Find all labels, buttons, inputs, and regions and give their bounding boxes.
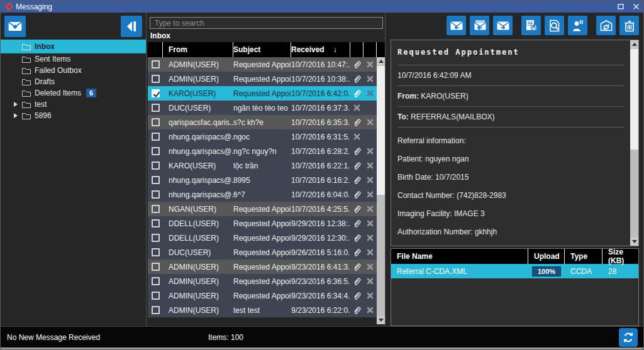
sidebar-folder-item[interactable]: Inbox <box>1 40 146 53</box>
delete-row-icon[interactable] <box>364 162 377 169</box>
sidebar-folder-item[interactable]: Deleted Items 6 <box>1 87 146 99</box>
patient-lookup-button[interactable] <box>568 16 587 35</box>
header-received[interactable]: Received ↓ <box>291 42 350 57</box>
row-received: 9/23/2016 6:36:5... <box>291 277 350 286</box>
app-logo-icon <box>5 3 13 11</box>
row-checkbox[interactable] <box>152 133 160 141</box>
sidebar-folder-item[interactable]: test <box>1 99 146 110</box>
preview-document-button[interactable] <box>545 16 564 35</box>
delete-row-icon[interactable] <box>364 61 377 68</box>
expand-caret-icon[interactable] <box>14 113 18 118</box>
message-row[interactable]: KARO(USER) Requested Appoin... 10/7/2016… <box>148 86 377 101</box>
preview-document-icon <box>547 18 562 33</box>
delete-row-icon[interactable] <box>364 119 377 126</box>
row-checkbox[interactable] <box>152 118 160 126</box>
header-subject[interactable]: Subject <box>233 42 291 57</box>
sync-mailbox-button[interactable] <box>596 16 616 35</box>
sidebar-folder-item[interactable]: 5896 <box>1 110 146 121</box>
message-row[interactable]: KARO(USER) lộc trần 10/7/2016 6:22:1... <box>148 158 377 173</box>
row-checkbox[interactable] <box>152 75 160 83</box>
sidebar-folder-item[interactable]: Failed Outbox <box>1 65 146 76</box>
row-checkbox[interactable] <box>152 147 160 155</box>
row-checkbox[interactable] <box>152 234 160 242</box>
row-received: 9/23/2016 6:41:3... <box>291 263 350 271</box>
row-checkbox[interactable] <box>152 104 160 112</box>
scroll-down-icon[interactable] <box>377 316 385 324</box>
message-list-pane: Inbox From Subject Received ↓ <box>147 13 386 326</box>
maximize-icon <box>618 4 624 9</box>
list-scroll-thumb[interactable] <box>377 66 385 195</box>
delete-row-icon[interactable] <box>364 263 377 270</box>
delete-row-icon[interactable] <box>350 104 364 111</box>
sidebar-folder-item[interactable]: Drafts <box>1 76 146 87</box>
message-row[interactable]: ADMIN(USER) Requested Appoin... 9/23/201… <box>148 288 377 303</box>
row-checkbox[interactable] <box>152 60 160 68</box>
delete-row-icon[interactable] <box>364 234 377 241</box>
message-row[interactable]: DUC(USER) Requested Appoin... 9/26/2016 … <box>148 245 377 260</box>
reply-button[interactable] <box>447 16 466 35</box>
expand-caret-icon[interactable] <box>14 102 18 107</box>
row-checkbox[interactable] <box>152 248 160 256</box>
row-checkbox[interactable] <box>152 176 160 184</box>
message-row[interactable]: ADMIN(USER) Requested Appoin... 10/7/201… <box>148 57 377 72</box>
message-row[interactable]: ADMIN(USER) test test 9/23/2016 6:22:0..… <box>148 303 377 317</box>
row-checkbox[interactable] <box>152 306 160 314</box>
scroll-down-icon[interactable] <box>630 238 638 246</box>
attachment-paperclip-icon <box>350 60 364 69</box>
search-input[interactable] <box>150 17 383 29</box>
detail-scroll-thumb[interactable] <box>630 49 638 150</box>
reply-all-button[interactable] <box>470 16 489 35</box>
forward-button[interactable] <box>493 16 513 35</box>
delete-row-icon[interactable] <box>350 133 364 140</box>
refresh-button[interactable] <box>619 328 638 347</box>
row-checkbox[interactable] <box>152 161 160 170</box>
delete-row-icon[interactable] <box>364 191 377 198</box>
scroll-up-icon[interactable] <box>377 57 385 65</box>
close-button[interactable] <box>633 4 639 9</box>
list-scrollbar[interactable] <box>377 57 385 324</box>
header-checkbox-column <box>148 42 163 57</box>
message-row[interactable]: nhung.qarispacs@... 6^7 10/7/2016 6:04:0… <box>148 187 377 202</box>
collapse-panel-button[interactable] <box>121 16 142 37</box>
delete-message-button[interactable] <box>619 16 639 35</box>
row-checkbox[interactable] <box>152 219 160 227</box>
delete-row-icon[interactable] <box>364 220 377 227</box>
attachment-row[interactable]: Referral C-CDA.XML 100% CCDA 28 <box>391 264 638 278</box>
delete-row-icon[interactable] <box>364 205 377 212</box>
row-checkbox[interactable] <box>152 292 160 300</box>
row-from: ADMIN(USER) <box>163 263 233 271</box>
message-row[interactable]: nhung.qarispacs@... ng?c nguy?n 10/7/201… <box>148 144 377 158</box>
delete-row-icon[interactable] <box>364 90 377 97</box>
delete-row-icon[interactable] <box>364 148 377 155</box>
delete-row-icon[interactable] <box>364 177 377 183</box>
message-row[interactable]: ADMIN(USER) Requested Appoin... 9/23/201… <box>148 260 377 274</box>
scroll-up-icon[interactable] <box>630 40 638 48</box>
from-value: KARO(USER) <box>421 92 468 101</box>
message-row[interactable]: ADMIN(USER) Requested Appoin... 10/7/201… <box>148 72 377 86</box>
row-checkbox[interactable] <box>152 190 160 199</box>
message-row[interactable]: nhung.qarispacs@... 8995 10/7/2016 6:16:… <box>148 173 377 187</box>
message-row[interactable]: NGAN(USER) Requested Appoin... 10/7/2016… <box>148 202 377 216</box>
message-row[interactable]: nhung.qarispacs@... ngoc 10/7/2016 6:31:… <box>148 129 377 144</box>
delete-row-icon[interactable] <box>364 278 377 285</box>
delete-row-icon[interactable] <box>364 249 377 256</box>
save-report-button[interactable] <box>521 16 541 35</box>
message-row[interactable]: ADMIN(USER) Requested Appoin... 9/23/201… <box>148 274 377 288</box>
message-row[interactable]: DDELL(USER) Requested Appoin... 9/29/201… <box>148 231 377 245</box>
message-row[interactable]: DUC(USER) ngãn tèo tèo teo 10/7/2016 6:3… <box>148 101 377 115</box>
message-row[interactable]: qarispacsfac.qaris... s?c kh?e 10/7/2016… <box>148 115 377 129</box>
new-message-button[interactable] <box>4 16 26 37</box>
maximize-button[interactable] <box>618 4 624 9</box>
message-row[interactable]: DDELL(USER) Requested Appoin... 9/29/201… <box>148 216 377 231</box>
detail-scrollbar[interactable] <box>630 40 638 246</box>
row-checkbox[interactable] <box>152 89 160 97</box>
delete-row-icon[interactable] <box>364 292 377 299</box>
delete-row-icon[interactable] <box>364 307 377 314</box>
row-checkbox[interactable] <box>152 205 160 213</box>
sidebar-folder-item[interactable]: Sent Items <box>1 53 146 65</box>
detail-to-line: To: REFERRALS(MAILBOX) <box>397 107 624 127</box>
row-checkbox[interactable] <box>152 277 160 285</box>
delete-row-icon[interactable] <box>364 75 377 82</box>
header-from[interactable]: From <box>163 42 233 57</box>
row-checkbox[interactable] <box>152 263 160 271</box>
